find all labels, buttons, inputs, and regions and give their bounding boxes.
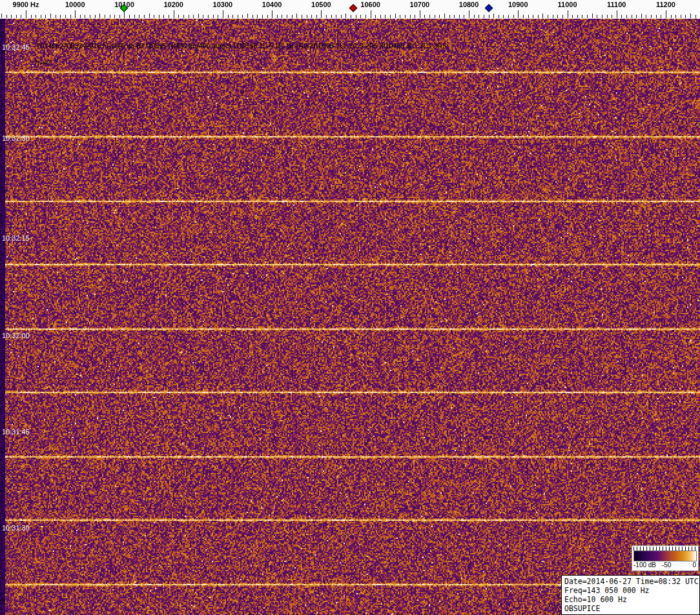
ruler-tick <box>277 15 278 18</box>
ruler-tick <box>415 15 415 18</box>
ruler-tick <box>454 15 455 18</box>
ruler-tick <box>272 10 273 18</box>
ruler-tick <box>208 15 209 18</box>
ruler-tick <box>681 15 681 18</box>
ruler-tick <box>183 15 184 18</box>
detection-annotation: 20140627083242016 hCnt26 nb-83 f10595 hi… <box>37 42 446 50</box>
ruler-tick <box>6 15 7 18</box>
ruler-tick <box>371 10 371 18</box>
ruler-tick <box>228 15 229 18</box>
ruler-tick <box>159 15 160 18</box>
ruler-tick <box>597 15 597 18</box>
ruler-tick <box>311 15 312 18</box>
ruler-tick <box>695 15 696 18</box>
ruler-tick <box>129 15 130 18</box>
freq-marker-red-icon[interactable] <box>349 4 358 12</box>
ruler-tick <box>380 15 381 18</box>
ruler-tick <box>675 15 676 18</box>
ruler-tick <box>75 10 76 18</box>
ruler-tick <box>626 15 627 18</box>
ruler-freq-label: 10800 <box>459 1 479 8</box>
ruler-tick <box>26 10 26 18</box>
color-scale-labels: -100 dB -50 0 <box>632 561 698 570</box>
ruler-tick <box>149 14 150 18</box>
scale-max-label: 0 <box>692 561 696 569</box>
ruler-tick <box>302 15 302 18</box>
ruler-tick <box>577 15 578 18</box>
ruler-tick <box>542 14 543 18</box>
ruler-tick <box>174 10 174 18</box>
ruler-tick <box>538 15 539 18</box>
ruler-tick <box>365 15 366 18</box>
ruler-tick <box>489 15 489 18</box>
ruler-tick <box>257 15 258 18</box>
ruler-tick <box>213 15 214 18</box>
spectrogram-canvas[interactable] <box>0 19 700 615</box>
ruler-tick <box>36 15 36 18</box>
ruler-tick <box>252 15 253 18</box>
ruler-tick <box>671 15 672 18</box>
ruler-tick <box>557 15 558 18</box>
ruler-tick <box>56 15 56 18</box>
ruler-tick <box>513 15 514 18</box>
ruler-tick <box>410 15 411 18</box>
ruler-tick <box>134 15 135 18</box>
ruler-tick <box>661 15 661 18</box>
time-label: 10:32:15 <box>2 234 30 242</box>
ruler-tick <box>105 15 105 18</box>
ruler-tick <box>493 14 494 18</box>
ruler-freq-label: 11100 <box>607 1 626 8</box>
ruler-tick <box>316 15 317 18</box>
ruler-tick <box>321 10 322 18</box>
ruler-tick <box>218 15 218 18</box>
ruler-tick <box>523 15 524 18</box>
ruler-tick <box>400 15 400 18</box>
ruler-tick <box>395 14 396 18</box>
ruler-tick <box>110 15 110 18</box>
ruler-freq-label: 10300 <box>213 1 233 8</box>
ruler-tick <box>479 15 479 18</box>
ruler-tick <box>484 15 484 18</box>
ruler-tick <box>449 15 450 18</box>
ruler-freq-label: 10000 <box>65 1 85 8</box>
ruler-freq-label: 11000 <box>558 1 577 8</box>
ruler-tick <box>533 15 533 18</box>
ruler-tick <box>193 15 194 18</box>
ruler-tick <box>178 15 179 18</box>
ruler-freq-label: 10500 <box>311 1 331 8</box>
ruler-tick <box>646 15 646 18</box>
ruler-tick <box>16 15 17 18</box>
ruler-tick <box>11 15 12 18</box>
ruler-tick <box>1 14 2 18</box>
ruler-tick <box>439 15 440 18</box>
db-color-scale: -100 dB -50 0 <box>632 545 699 571</box>
legend-gradient <box>633 550 697 561</box>
ruler-tick <box>459 15 460 18</box>
scale-mid-label: -50 <box>662 561 671 569</box>
ruler-tick <box>144 15 145 18</box>
ruler-tick <box>602 15 602 18</box>
ruler-tick <box>685 15 686 18</box>
ruler-tick <box>351 15 351 18</box>
ruler-tick <box>326 15 327 18</box>
frequency-ruler[interactable]: 9900 Hz100001010010200103001040010500106… <box>0 0 700 19</box>
ruler-tick <box>420 10 420 18</box>
time-label: 10:31:45 <box>2 428 30 436</box>
ruler-tick <box>656 15 657 18</box>
ruler-tick <box>267 15 268 18</box>
ruler-tick <box>572 15 573 18</box>
ruler-tick <box>518 10 519 18</box>
ruler-tick <box>356 15 356 18</box>
spectrogram: 20140627083242016 hCnt26 nb-83 f10595 hi… <box>0 19 700 615</box>
ruler-tick <box>582 15 582 18</box>
ruler-tick <box>690 14 691 18</box>
ruler-tick <box>70 15 71 18</box>
freq-marker-blue-icon[interactable] <box>485 4 493 12</box>
time-label: 10:32:45 <box>2 43 30 51</box>
ruler-tick <box>80 15 81 18</box>
info-observer-code: OBSUPICE <box>564 604 697 613</box>
ruler-freq-label: 10900 <box>508 1 528 8</box>
ruler-tick <box>189 15 189 18</box>
ruler-tick <box>464 15 464 18</box>
ruler-tick <box>31 15 32 18</box>
